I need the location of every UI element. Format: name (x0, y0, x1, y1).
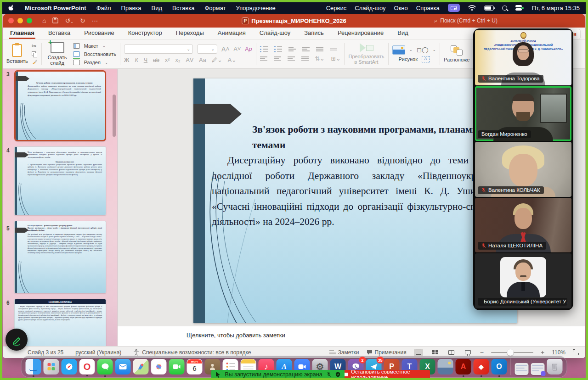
menu-tools[interactable]: Сервис (326, 5, 347, 11)
bold-button[interactable]: Ж (124, 57, 129, 63)
superscript-button[interactable]: x² (165, 57, 170, 63)
align-left-button[interactable] (260, 56, 267, 62)
minimize-window-button[interactable] (17, 18, 23, 23)
dock-maps-icon[interactable] (133, 359, 149, 374)
strikethrough-button[interactable]: ab (153, 57, 159, 63)
font-name-select[interactable]: ⌄ (124, 45, 193, 54)
align-text-button[interactable]: ⊞⌄ (331, 55, 341, 62)
dock-calendar-icon[interactable]: МАРТ6 (187, 359, 203, 374)
align-center-button[interactable] (274, 56, 281, 62)
comments-toggle[interactable]: Примечания (367, 349, 407, 356)
slide-title[interactable]: Зв'язок роботи з науковими програмами, п… (212, 122, 513, 153)
apple-menu-icon[interactable] (8, 4, 15, 11)
text-direction-button[interactable]: ⇅⌄ (315, 55, 325, 62)
undo-icon[interactable]: ↺⌄ (65, 17, 73, 24)
paste-button[interactable]: Вставить (6, 44, 28, 64)
security-shield-icon[interactable] (335, 372, 340, 377)
line-spacing-button[interactable] (316, 46, 323, 52)
participant-tile-4[interactable]: Наталя ЩЕКОТИЛІНА (475, 198, 571, 253)
screen-sharing-indicator-icon[interactable] (448, 4, 460, 12)
control-center-icon[interactable] (515, 5, 524, 11)
zoom-slider-knob[interactable] (507, 349, 514, 356)
font-size-select[interactable]: ⌄ (197, 45, 217, 54)
menu-file[interactable]: Файл (96, 5, 111, 11)
menu-clock[interactable]: Пт, 6 марта 15:35 (532, 5, 580, 11)
slide-thumbnail-6[interactable]: НАУКОВА НОВИЗНА – вперше обґрунтовано ст… (14, 299, 106, 346)
text-box-icon[interactable]: А (422, 56, 430, 62)
dock-mail-icon[interactable] (115, 359, 131, 374)
justify-button[interactable] (301, 56, 309, 62)
notes-pane[interactable]: Щелкните, чтобы добавить заметки (118, 326, 585, 346)
redo-icon[interactable]: ↻ (80, 17, 85, 24)
format-painter-button[interactable] (32, 59, 38, 66)
tab-record[interactable]: Запись (303, 28, 325, 39)
tab-review[interactable]: Рецензирование (337, 28, 384, 39)
tab-view[interactable]: Вид (396, 28, 409, 39)
menu-format[interactable]: Формат (204, 5, 226, 11)
normal-view-button[interactable] (414, 349, 423, 356)
search-field[interactable]: ⌕ Поиск (Cmd + Ctrl + U) (434, 16, 579, 25)
increase-indent-button[interactable] (302, 46, 310, 52)
tab-design[interactable]: Конструктор (127, 28, 163, 39)
numbering-button[interactable] (274, 46, 282, 52)
dock-finder-icon[interactable] (26, 359, 41, 374)
align-right-button[interactable] (288, 56, 295, 62)
dock-trash-icon[interactable] (547, 359, 563, 374)
minimized-window-1[interactable] (515, 363, 529, 375)
subscript-button[interactable]: x₂ (175, 57, 180, 63)
language-indicator[interactable]: русский (Украина) (75, 349, 121, 356)
reading-view-button[interactable] (447, 349, 456, 356)
tab-transitions[interactable]: Переходы (175, 28, 205, 39)
picture-button[interactable]: ⌄◻◯⌄ РисунокА (392, 45, 436, 62)
dock-opera-icon[interactable]: O (79, 359, 95, 374)
reset-button[interactable]: Восстановить (73, 51, 116, 57)
dock-preview-icon[interactable] (438, 359, 453, 374)
dock-launchpad-icon[interactable] (44, 359, 59, 374)
thumbnail-scrollbar[interactable] (113, 95, 116, 137)
menu-slideshow[interactable]: Слайд-шоу (355, 5, 385, 11)
tab-home[interactable]: Главная (9, 28, 35, 39)
wifi-icon[interactable] (468, 5, 476, 11)
font-color-button[interactable]: А⌄ (228, 56, 237, 63)
decrease-font-icon[interactable]: А˅ (234, 46, 241, 52)
battery-icon[interactable] (484, 6, 494, 11)
stop-sharing-button[interactable]: Остановить совместное использование (345, 370, 430, 379)
slide-counter[interactable]: Слайд 3 из 25 (28, 349, 63, 356)
participant-tile-2-active-speaker[interactable]: Богдан Мироненко (475, 86, 571, 141)
italic-button[interactable]: К (135, 57, 138, 63)
dock-photos-icon[interactable] (151, 359, 167, 374)
menu-app-name[interactable]: Microsoft PowerPoint (25, 5, 86, 11)
change-case-button[interactable]: Аа (199, 57, 206, 63)
home-icon[interactable]: ⌂ (42, 17, 46, 24)
character-spacing-button[interactable]: АV (186, 57, 194, 63)
spotlight-search-icon[interactable] (502, 6, 507, 11)
current-slide[interactable]: Зв'язок роботи з науковими програмами, п… (193, 78, 517, 323)
underline-button[interactable]: Ч (144, 57, 147, 63)
dock-acrobat-icon[interactable]: A (456, 359, 471, 374)
clear-formatting-icon[interactable]: А𝑝 (245, 46, 252, 53)
tab-animations[interactable]: Анимация (217, 28, 247, 39)
dock-outlook-icon[interactable]: O (492, 359, 507, 374)
more-commands-icon[interactable]: ⋯ (92, 17, 98, 24)
zoom-window-button[interactable] (27, 18, 32, 23)
menu-window[interactable]: Окно (394, 5, 408, 11)
tab-draw[interactable]: Рисование (83, 28, 115, 39)
menu-insert[interactable]: Вставка (172, 5, 194, 11)
zoom-percentage[interactable]: 110% (552, 349, 565, 356)
menu-edit[interactable]: Правка (121, 5, 141, 11)
dock-facetime-icon[interactable] (169, 359, 185, 374)
slide-thumbnail-3[interactable]: Зв'язок роботи з науковими програмами, п… (14, 70, 106, 141)
menu-view[interactable]: Вид (152, 5, 163, 11)
section-button[interactable]: Раздел⌄ (73, 60, 116, 65)
participant-tile-1[interactable]: ДЕРЖАВНИЙ ЗАКЛАД «ПІВДЕННОУКРАЇНСЬКИЙ НА… (475, 30, 571, 85)
participant-tile-5[interactable]: Борис Долинський (Університет У… (475, 253, 571, 308)
smartart-button[interactable]: Преобразоватьв SmartArt (348, 43, 384, 65)
accessibility-status[interactable]: Специальные возможности: все в порядке (133, 349, 251, 356)
dock-safari-icon[interactable] (62, 359, 77, 374)
menu-arrange[interactable]: Упорядочение (236, 5, 276, 11)
notes-toggle[interactable]: Заметки (329, 349, 359, 356)
fit-slide-to-window-button[interactable] (573, 349, 579, 355)
columns-button[interactable] (330, 47, 337, 51)
zoom-out-button[interactable]: − (480, 349, 484, 356)
slide-thumbnail-5[interactable]: Об'єкт дослідження – фізична підготовка … (14, 221, 106, 293)
